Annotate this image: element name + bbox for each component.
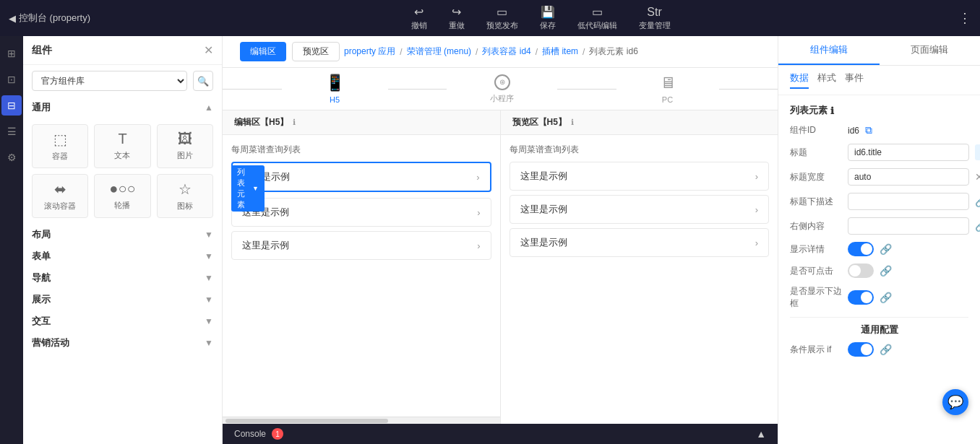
prop-row-title: 标题 🔗 [790, 144, 968, 161]
tab-component-edit[interactable]: 组件编辑 [778, 36, 880, 65]
component-container[interactable]: ⬚ 容器 [32, 124, 88, 168]
prop-title-desc-link[interactable]: 🔗 [975, 196, 980, 207]
sub-tab-data[interactable]: 数据 [790, 71, 809, 89]
device-pc[interactable]: 🖥 PC [660, 74, 676, 104]
lowcode-button[interactable]: ▭ 低代码编辑 [577, 5, 617, 31]
section-common-arrow: ▲ [205, 103, 213, 113]
right-panel: 组件编辑 页面编辑 数据 样式 事件 列表元素 ℹ [778, 36, 980, 444]
breadcrumb-container[interactable]: 列表容器 id4 [482, 45, 530, 58]
sidebar-icon-active[interactable]: ⊟ [1, 95, 22, 116]
prop-show-detail-toggle[interactable] [848, 242, 874, 256]
breadcrumb-bar: 编辑区 预览区 property 应用 / 荣谱管理 (menu) / 列表容器… [223, 36, 778, 68]
back-arrow-icon: ◀ [9, 13, 16, 24]
component-scroll[interactable]: ⬌ 滚动容器 [32, 174, 88, 218]
back-button[interactable]: ◀ 控制台 (property) [9, 12, 90, 25]
prop-show-border-link[interactable]: 🔗 [880, 292, 892, 303]
prop-right-content-input[interactable] [848, 217, 969, 235]
prop-condition-link[interactable]: 🔗 [880, 344, 892, 355]
toolbar: ◀ 控制台 (property) ↩ 撤销 ↪ 重做 ▭ 预览发布 💾 保存 ▭… [0, 0, 980, 36]
prop-title-width-input[interactable] [848, 168, 969, 186]
prop-title-desc-input[interactable] [848, 193, 969, 210]
prop-section-title: 列表元素 ℹ [790, 104, 968, 117]
sidebar-close-button[interactable]: ✕ [204, 43, 213, 57]
prop-right-content-link[interactable]: 🔗 [975, 220, 980, 232]
prop-title-width-clear[interactable]: ✕ [975, 171, 980, 183]
component-text[interactable]: T 文本 [94, 124, 150, 168]
console-toggle-button[interactable]: ▲ [756, 428, 766, 440]
redo-button[interactable]: ↪ 重做 [449, 5, 465, 31]
copy-id-button[interactable]: ⧉ [865, 124, 872, 136]
undo-button[interactable]: ↩ 撤销 [411, 5, 427, 31]
more-button[interactable]: ⋮ [958, 10, 971, 26]
device-miniapp[interactable]: ⊛ 小程序 [490, 74, 514, 104]
prop-clickable-toggle[interactable] [848, 264, 874, 278]
device-line-mid2 [557, 89, 616, 90]
breadcrumb-slot[interactable]: 插槽 item [542, 45, 578, 58]
prop-show-detail-link[interactable]: 🔗 [880, 243, 892, 255]
section-common-title: 通用 [32, 101, 51, 114]
component-carousel[interactable]: ●○○ 轮播 [94, 174, 150, 218]
list-element-label: 列表元素 [237, 167, 249, 210]
device-h5[interactable]: 📱 H5 [325, 74, 345, 104]
editor-panel: 编辑区【H5】 ℹ 每周菜谱查询列表 这里是示例 › 列表元素 [223, 110, 501, 424]
support-button[interactable]: 💬 [942, 389, 968, 415]
component-icon[interactable]: ☆ 图标 [157, 174, 213, 218]
editor-scroll-thumb[interactable] [225, 419, 388, 423]
prop-clickable-link[interactable]: 🔗 [880, 265, 892, 277]
preview-mode-button[interactable]: 预览区 [292, 42, 340, 61]
scroll-icon: ⬌ [54, 180, 66, 198]
prop-id-label: 组件ID [790, 124, 842, 136]
section-common[interactable]: 通用 ▲ [23, 97, 222, 118]
section-layout[interactable]: 布局 ▼ [23, 224, 222, 245]
preview-publish-button[interactable]: ▭ 预览发布 [486, 5, 518, 31]
sub-tab-events[interactable]: 事件 [845, 71, 864, 89]
toggle-thumb-show-detail [861, 243, 872, 255]
breadcrumb-app[interactable]: property 应用 [344, 45, 395, 58]
section-display[interactable]: 展示 ▼ [23, 289, 222, 310]
section-nav[interactable]: 导航 ▼ [23, 267, 222, 289]
search-button[interactable]: 🔍 [193, 71, 213, 91]
toolbar-right: ⋮ [885, 10, 971, 26]
sidebar-content: ⊞ ⊡ ⊟ ☰ ⚙ 组件 ✕ 官方组件库 🔍 [0, 36, 222, 444]
tab-page-edit[interactable]: 页面编辑 [880, 36, 981, 65]
vars-button[interactable]: Str 变量管理 [639, 6, 671, 31]
toggle-thumb-show-border [861, 292, 872, 303]
prop-condition-toggle[interactable] [848, 342, 874, 357]
component-image[interactable]: 🖼 图片 [157, 124, 213, 168]
prop-show-border-label: 是否显示下边框 [790, 285, 842, 310]
section-marketing[interactable]: 营销活动 ▼ [23, 332, 222, 354]
prop-show-border-toggle[interactable] [848, 290, 874, 305]
save-button[interactable]: 💾 保存 [540, 5, 556, 31]
pc-device-icon: 🖥 [660, 74, 676, 92]
editor-scroll-bar[interactable] [223, 417, 500, 424]
sidebar-icon-page[interactable]: ⊞ [1, 43, 22, 64]
pc-label: PC [662, 95, 673, 104]
prop-title-input[interactable] [848, 144, 969, 161]
edit-mode-button[interactable]: 编辑区 [240, 42, 286, 61]
breadcrumb-sep3: / [536, 47, 538, 57]
component-library-select[interactable]: 官方组件库 [32, 71, 187, 91]
sidebar-search-row: 官方组件库 🔍 [23, 65, 222, 97]
sidebar-icon-settings[interactable]: ⚙ [1, 147, 22, 167]
sidebar-icon-layers[interactable]: ☰ [1, 121, 22, 142]
list-item-3[interactable]: 这里是示例 › [231, 231, 491, 260]
section-form[interactable]: 表单 ▼ [23, 245, 222, 267]
sub-tabs: 数据 样式 事件 [778, 66, 980, 95]
component-grid: ⬚ 容器 T 文本 🖼 图片 ⬌ 滚动容器 [23, 118, 222, 224]
list-item-1[interactable]: 这里是示例 › [231, 162, 491, 192]
section-interact[interactable]: 交互 ▼ [23, 310, 222, 332]
sidebar-icon-components[interactable]: ⊡ [1, 69, 22, 90]
prop-id-value: id6 [848, 126, 859, 136]
section-nav-arrow: ▼ [205, 273, 213, 283]
sub-tab-style[interactable]: 样式 [817, 71, 836, 89]
list-item-1-arrow: › [476, 172, 479, 183]
section-display-arrow: ▼ [205, 295, 213, 305]
breadcrumb-menu[interactable]: 荣谱管理 (menu) [407, 45, 471, 58]
save-icon: 💾 [541, 5, 555, 19]
icon-icon: ☆ [179, 180, 192, 198]
section-display-title: 展示 [32, 293, 51, 306]
prop-title-link-icon[interactable]: 🔗 [975, 144, 980, 160]
preview-panel: 预览区【H5】 ℹ 每周菜谱查询列表 这里是示例 › 这里是示例 › 这里是示例 [501, 110, 778, 424]
sidebar-panel: 组件 ✕ 官方组件库 🔍 通用 ▲ [23, 36, 222, 444]
list-item-2[interactable]: 这里是示例 › [231, 198, 491, 227]
